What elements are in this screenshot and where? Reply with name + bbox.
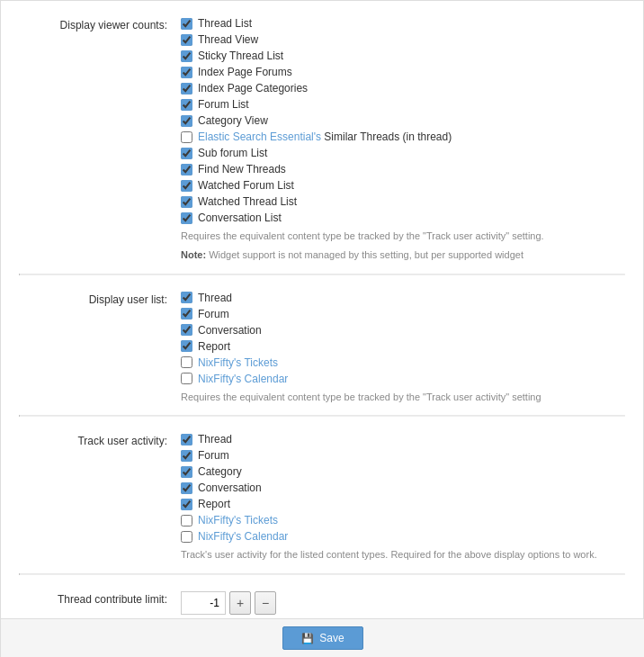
checkbox-ta-conversation-label: Conversation [198,482,262,494]
checkbox-ta-nixfifty-calendar-label[interactable]: NixFifty's Calendar [198,530,288,543]
viewer-counts-hint2: Note: Widget support is not managed by t… [181,248,625,262]
viewer-counts-hint1: Requires the equivalent content type be … [181,230,625,243]
checkbox-ta-category-label: Category [198,465,242,478]
checkbox-thread-view-label: Thread View [198,33,258,46]
checkbox-thread-list: Thread List [181,17,625,30]
checkbox-watched-forum-list-input[interactable] [181,180,192,192]
checkbox-thread-view: Thread View [181,33,625,46]
checkbox-ul-nixfifty-tickets-input[interactable] [181,356,192,368]
thread-limit-input[interactable] [181,591,226,615]
checkbox-find-new-threads: Find New Threads [181,163,625,176]
checkbox-ul-forum-input[interactable] [181,308,192,320]
thread-limit-control: + − [181,591,625,615]
checkbox-forum-list: Forum List [181,98,625,111]
checkbox-ta-thread-input[interactable] [181,434,192,446]
checkbox-ul-nixfifty-tickets-label[interactable]: NixFifty's Tickets [198,356,278,369]
save-button[interactable]: 💾 Save [282,626,362,650]
checkbox-sub-forum-list-label: Sub forum List [198,147,267,159]
checkbox-ta-report-input[interactable] [181,499,192,510]
checkbox-watched-thread-list-input[interactable] [181,196,192,208]
checkbox-watched-forum-list-label: Watched Forum List [198,179,294,192]
viewer-counts-hint2-text: Widget support is not managed by this se… [209,249,523,260]
checkbox-forum-list-input[interactable] [181,99,192,111]
checkbox-ta-nixfifty-tickets-input[interactable] [181,515,192,526]
checkbox-elastic-search-input[interactable] [181,131,192,143]
checkbox-ul-conversation-input[interactable] [181,324,192,336]
checkbox-thread-view-input[interactable] [181,34,192,46]
checkbox-ul-conversation: Conversation [181,324,625,337]
checkbox-watched-thread-list-label: Watched Thread List [198,195,297,208]
checkbox-ta-conversation-input[interactable] [181,482,192,494]
checkbox-ta-category-input[interactable] [181,466,192,478]
checkbox-index-page-categories-label: Index Page Categories [198,82,308,94]
display-user-list-row: Display user list: Thread Forum Conversa… [19,284,625,404]
display-user-list-content: Thread Forum Conversation Report NixFift… [181,292,625,404]
checkbox-ul-report-input[interactable] [181,340,192,352]
checkbox-ta-report: Report [181,498,625,510]
checkbox-category-view-label: Category View [198,114,268,127]
checkbox-find-new-threads-input[interactable] [181,164,192,176]
checkbox-ul-report-label: Report [198,340,230,353]
checkbox-ul-nixfifty-calendar-label[interactable]: NixFifty's Calendar [198,373,288,385]
checkbox-ul-nixfifty-tickets: NixFifty's Tickets [181,356,625,369]
save-label: Save [319,632,344,644]
checkbox-category-view: Category View [181,114,625,127]
section-divider-3 [19,573,625,575]
display-viewer-counts-row: Display viewer counts: Thread List Threa… [19,10,625,263]
display-user-list-label: Display user list: [19,292,181,306]
checkbox-sub-forum-list-input[interactable] [181,148,192,159]
checkbox-ta-nixfifty-tickets-label[interactable]: NixFifty's Tickets [198,514,278,526]
checkbox-ta-forum-label: Forum [198,449,229,462]
checkbox-ul-nixfifty-calendar: NixFifty's Calendar [181,373,625,385]
checkbox-ta-conversation: Conversation [181,482,625,494]
elastic-search-link[interactable]: Elastic Search Essential's [198,130,321,143]
checkbox-sticky-thread-list-input[interactable] [181,50,192,62]
checkbox-category-view-input[interactable] [181,115,192,127]
checkbox-sticky-thread-list: Sticky Thread List [181,50,625,62]
elastic-search-rest: Similar Threads (in thread) [321,130,452,143]
display-viewer-counts-label: Display viewer counts: [19,17,181,32]
checkbox-index-page-forums-label: Index Page Forums [198,66,292,78]
section-divider-2 [19,415,625,417]
checkbox-conversation-list-label: Conversation List [198,212,282,224]
checkbox-ta-nixfifty-calendar-input[interactable] [181,531,192,543]
checkbox-index-page-categories-input[interactable] [181,83,192,94]
checkbox-ul-forum: Forum [181,308,625,320]
checkbox-index-page-forums: Index Page Forums [181,66,625,78]
checkbox-ta-thread-label: Thread [198,433,232,446]
track-user-activity-hint: Track's user activity for the listed con… [181,548,625,562]
note-bold: Note: [181,249,206,260]
checkbox-ul-nixfifty-calendar-input[interactable] [181,373,192,384]
checkbox-sub-forum-list: Sub forum List [181,147,625,159]
thread-contribute-limit-label: Thread contribute limit: [19,591,181,606]
thread-limit-decrement-button[interactable]: − [255,591,276,615]
checkbox-conversation-list: Conversation List [181,212,625,224]
checkbox-elastic-search: Elastic Search Essential's Similar Threa… [181,130,625,143]
checkbox-watched-thread-list: Watched Thread List [181,195,625,208]
checkbox-thread-list-input[interactable] [181,18,192,30]
track-user-activity-label: Track user activity: [19,433,181,447]
checkbox-ta-thread: Thread [181,433,625,446]
checkbox-ul-thread-label: Thread [198,292,232,304]
checkbox-ul-thread: Thread [181,292,625,304]
checkbox-ta-report-label: Report [198,498,230,510]
checkbox-watched-forum-list: Watched Forum List [181,179,625,192]
checkbox-index-page-categories: Index Page Categories [181,82,625,94]
checkbox-ta-nixfifty-tickets: NixFifty's Tickets [181,514,625,526]
checkbox-index-page-forums-input[interactable] [181,67,192,78]
checkbox-thread-list-label: Thread List [198,17,252,30]
checkbox-forum-list-label: Forum List [198,98,249,111]
checkbox-ul-forum-label: Forum [198,308,229,320]
display-viewer-counts-content: Thread List Thread View Sticky Thread Li… [181,17,625,263]
checkbox-ul-thread-input[interactable] [181,292,192,303]
checkbox-conversation-list-input[interactable] [181,212,192,224]
thread-limit-increment-button[interactable]: + [229,591,251,615]
checkbox-ta-forum-input[interactable] [181,450,192,462]
checkbox-ta-forum: Forum [181,449,625,462]
user-list-hint: Requires the equivalent content type be … [181,391,625,404]
checkbox-find-new-threads-label: Find New Threads [198,163,286,176]
checkbox-ta-category: Category [181,465,625,478]
checkbox-ta-nixfifty-calendar: NixFifty's Calendar [181,530,625,543]
checkbox-elastic-search-label: Elastic Search Essential's Similar Threa… [198,130,452,143]
checkbox-ul-conversation-label: Conversation [198,324,262,337]
